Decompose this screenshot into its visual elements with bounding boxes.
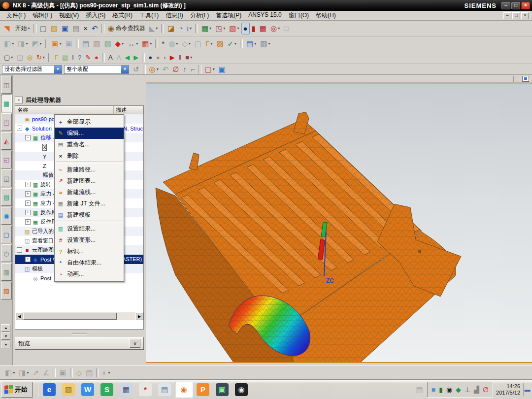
synchronous-button[interactable]: ▣ xyxy=(50,38,64,50)
wps-spreadsheet-icon[interactable]: S xyxy=(98,382,116,398)
report-button[interactable]: ▤ xyxy=(244,38,258,50)
menu-item[interactable]: 插入(S) xyxy=(82,11,109,20)
menu-free-body-results[interactable]: * 自由体结果... xyxy=(55,257,124,268)
undo-button[interactable]: ↶ xyxy=(90,23,100,34)
graphics-viewport[interactable]: ZC xyxy=(146,75,532,366)
minimize-button[interactable]: – xyxy=(501,2,510,9)
menu-identify[interactable]: ? 标识... xyxy=(55,246,124,257)
offset-region-button[interactable]: ◩ xyxy=(30,38,43,50)
expand-toggle[interactable] xyxy=(25,191,31,197)
scrollbar-thumb[interactable] xyxy=(23,313,117,320)
text-plain-button[interactable]: A xyxy=(115,52,123,64)
separator[interactable] xyxy=(240,39,243,49)
viewport-canvas[interactable]: ZC xyxy=(146,83,532,363)
menu-item[interactable]: 视图(V) xyxy=(56,11,82,20)
back-selection-button[interactable]: ↶ xyxy=(161,64,171,75)
menu-item[interactable]: 首选项(P) xyxy=(212,11,245,20)
notepad-icon[interactable]: ▤ xyxy=(156,382,173,398)
paste-object-button[interactable]: ▥ xyxy=(91,38,102,50)
tab-list-button[interactable]: ▾ xyxy=(1,341,10,348)
expand-toggle[interactable] xyxy=(25,182,31,187)
expand-toggle[interactable] xyxy=(25,219,31,225)
chevron-down-icon[interactable]: ▼ xyxy=(54,66,62,73)
expand-toggle[interactable] xyxy=(25,210,31,215)
lamp-button[interactable]: ◐ xyxy=(100,367,112,379)
preview-expand-button[interactable]: ∨ xyxy=(130,339,140,348)
dimension-button[interactable]: ↔ xyxy=(126,38,140,50)
pattern-table-button[interactable]: ▦ xyxy=(140,38,154,50)
start-menu-button[interactable]: 开始 xyxy=(12,23,32,34)
child-minimize-button[interactable]: – xyxy=(503,12,511,19)
separator[interactable] xyxy=(161,24,164,33)
scrollbar-track[interactable] xyxy=(117,312,135,320)
nx-start-icon[interactable]: ◥ xyxy=(2,23,12,34)
system-clock-tab[interactable]: ◴ xyxy=(1,244,12,262)
palette-button[interactable]: ▧ xyxy=(227,23,241,34)
post-processing-navigator-tab[interactable]: ▦ xyxy=(1,95,12,112)
separator[interactable] xyxy=(45,39,48,49)
replace-face-button[interactable]: ▣ xyxy=(64,38,74,50)
csys-button[interactable]: ◎ xyxy=(25,52,34,64)
shaded-display-button[interactable]: ● xyxy=(241,23,250,34)
snipping-icon[interactable]: ◉ xyxy=(446,386,452,394)
separator[interactable] xyxy=(33,24,36,33)
rotate-view-button[interactable]: ↻ xyxy=(34,52,47,64)
datum-button[interactable]: ◆ xyxy=(113,38,126,50)
menu-edit[interactable]: ✎ 编辑... xyxy=(55,128,124,139)
first-frame-button[interactable]: « xyxy=(154,52,162,64)
next-result-button[interactable]: ▶ xyxy=(132,52,140,64)
hammer-button[interactable]: ⌐ xyxy=(189,64,197,75)
sphere-button[interactable]: ● xyxy=(93,52,100,64)
separator[interactable] xyxy=(96,368,99,378)
start-button[interactable]: 开始 xyxy=(1,382,33,398)
step-back-button[interactable]: ‹ xyxy=(162,52,167,64)
printer-icon[interactable]: ▤ xyxy=(416,385,423,394)
menu-new-jt-file[interactable]: ▦ 新建 JT 文件... xyxy=(55,198,124,209)
check-mate-button[interactable]: ✓ xyxy=(226,38,239,50)
prev-result-button[interactable]: ◀ xyxy=(123,52,132,64)
scroll-right-button[interactable]: ▶ xyxy=(135,312,143,320)
separator[interactable] xyxy=(102,53,105,63)
save-button[interactable]: ▣ xyxy=(60,23,70,34)
menu-item[interactable]: ANSYS 15.0 xyxy=(245,11,285,20)
menu-item[interactable]: 帮助(H) xyxy=(312,11,339,20)
pause-button[interactable]: ‖ xyxy=(177,52,183,64)
remote-desktop-icon[interactable]: ▣ xyxy=(213,382,231,398)
expand-toggle[interactable] xyxy=(25,200,31,206)
selection-scope-select[interactable]: 整个装配 ▼ xyxy=(64,65,129,74)
fit-view-icon[interactable] xyxy=(522,76,529,82)
process-studio-tab[interactable]: ▥ xyxy=(1,263,12,281)
column-description[interactable]: 描述 xyxy=(114,106,143,114)
window-display-button[interactable]: ◪ xyxy=(166,23,176,34)
lock-navigator-tab[interactable]: ◰ xyxy=(1,113,12,131)
plane-button[interactable]: ◇ xyxy=(180,38,193,50)
menu-item[interactable]: 文件(F) xyxy=(3,11,29,20)
restore-button[interactable]: □ xyxy=(511,2,520,9)
expand-toggle[interactable] xyxy=(25,257,31,262)
close-button[interactable]: × xyxy=(521,2,530,9)
measure-button[interactable]: ∠ xyxy=(41,367,51,379)
new-file-button[interactable]: ▢ xyxy=(38,23,49,34)
menu-item[interactable]: 分析(L) xyxy=(187,11,213,20)
menu-rename[interactable]: ▤ 重命名... xyxy=(55,139,124,150)
network-signal-icon[interactable]: ▟ xyxy=(474,386,479,394)
show-desktop-button[interactable]: ▬ xyxy=(523,383,531,396)
stop-button[interactable]: ■ xyxy=(183,52,194,64)
screenshot-camera-icon[interactable]: ◉ xyxy=(233,382,250,398)
ie-icon[interactable]: e xyxy=(40,382,58,398)
blank-display-button[interactable]: □ xyxy=(282,23,290,34)
horizontal-scrollbar[interactable]: ◀ ▶ xyxy=(15,312,143,320)
separator[interactable] xyxy=(101,24,104,33)
constraint-navigator-tab[interactable]: ◲ xyxy=(1,169,12,187)
copy-object-button[interactable]: ▤ xyxy=(80,38,91,50)
color-palette-tab[interactable]: ▧ xyxy=(1,282,12,299)
up-one-level-button[interactable]: ↑ xyxy=(181,64,189,75)
menu-new-streamline[interactable]: ≈ 新建流线... xyxy=(55,187,124,198)
volume-muted-icon[interactable]: ∅ xyxy=(483,386,489,394)
snap-point-button[interactable]: ◎ xyxy=(147,64,161,75)
separator[interactable] xyxy=(155,39,158,49)
menu-animation[interactable]: ◔ 动画... xyxy=(55,268,124,280)
menu-item[interactable]: 格式(R) xyxy=(109,11,136,20)
rect-select-button[interactable]: ▢ xyxy=(203,64,217,75)
ibeam-button[interactable]: I xyxy=(70,52,76,64)
